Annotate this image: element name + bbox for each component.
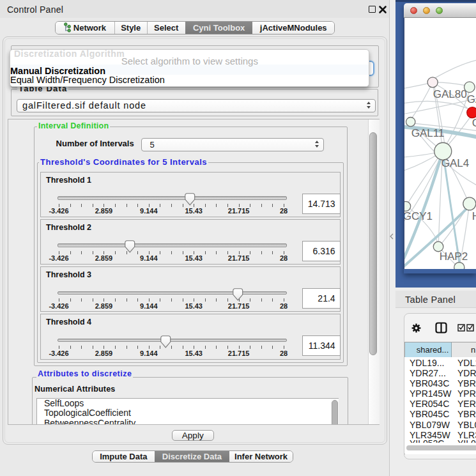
svg-text:GAL11: GAL11: [411, 127, 444, 139]
svg-text:HAP2: HAP2: [439, 250, 467, 262]
svg-text:GAL4: GAL4: [441, 157, 469, 169]
svg-text:GA: GA: [466, 93, 476, 105]
svg-text:C: C: [472, 116, 476, 128]
svg-text:H: H: [472, 210, 476, 222]
svg-text:GAL80: GAL80: [433, 88, 466, 100]
svg-text:GCY1: GCY1: [404, 210, 433, 222]
